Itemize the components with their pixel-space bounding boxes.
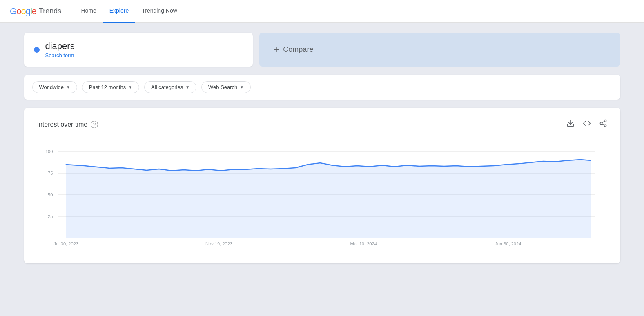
nav-trending[interactable]: Trending Now: [135, 0, 184, 23]
chevron-down-icon: ▼: [128, 85, 132, 89]
help-icon[interactable]: ?: [91, 121, 98, 128]
chevron-down-icon: ▼: [240, 85, 244, 89]
y-label-100: 100: [45, 149, 53, 154]
x-label-mar: Mar 10, 2024: [350, 241, 377, 246]
chart-header: Interest over time ?: [37, 119, 607, 129]
search-term-name: diapers: [45, 41, 75, 51]
logo: Google Trends: [10, 6, 61, 17]
search-term-info: diapers Search term: [45, 41, 75, 58]
chart-actions: [566, 119, 607, 129]
filter-region[interactable]: Worldwide ▼: [32, 81, 77, 93]
y-label-25: 25: [48, 214, 53, 219]
svg-line-4: [602, 124, 604, 125]
chart-title: Interest over time: [37, 121, 88, 128]
main-content: diapers Search term + Compare Worldwide …: [16, 23, 628, 273]
x-label-jul: Jul 30, 2023: [53, 241, 78, 246]
header: Google Trends Home Explore Trending Now: [0, 0, 644, 23]
chevron-down-icon: ▼: [66, 85, 70, 89]
download-icon[interactable]: [566, 119, 575, 129]
chevron-down-icon: ▼: [185, 85, 189, 89]
filter-period[interactable]: Past 12 months ▼: [82, 81, 139, 93]
trends-label: Trends: [39, 7, 61, 16]
nav-explore[interactable]: Explore: [103, 0, 135, 23]
chart-svg: 100 75 50 25 Jul 30, 2023 Nov 19, 2023 M…: [37, 139, 607, 254]
compare-plus-icon: +: [274, 45, 279, 55]
chart-title-row: Interest over time ?: [37, 121, 98, 128]
embed-icon[interactable]: [583, 119, 591, 129]
search-term-card: diapers Search term: [24, 33, 253, 67]
svg-line-5: [602, 121, 604, 122]
filter-search-type[interactable]: Web Search ▼: [201, 81, 251, 93]
search-term-dot: [34, 47, 40, 53]
search-term-type: Search term: [45, 52, 75, 58]
main-nav: Home Explore Trending Now: [74, 0, 183, 22]
nav-home[interactable]: Home: [74, 0, 103, 23]
chart-container: 100 75 50 25 Jul 30, 2023 Nov 19, 2023 M…: [37, 139, 607, 255]
share-icon[interactable]: [599, 119, 607, 129]
google-logo-text: Google: [10, 6, 36, 17]
compare-card[interactable]: + Compare: [259, 33, 620, 67]
x-label-nov: Nov 19, 2023: [205, 241, 232, 246]
chart-area-fill: [66, 160, 591, 238]
filter-row: Worldwide ▼ Past 12 months ▼ All categor…: [24, 75, 620, 100]
x-label-jun: Jun 30, 2024: [495, 241, 521, 246]
compare-label: Compare: [283, 45, 313, 54]
search-row: diapers Search term + Compare: [24, 33, 620, 67]
y-label-50: 50: [48, 192, 53, 197]
interest-over-time-card: Interest over time ?: [24, 108, 620, 263]
y-label-75: 75: [48, 171, 53, 176]
filter-category[interactable]: All categories ▼: [144, 81, 196, 93]
